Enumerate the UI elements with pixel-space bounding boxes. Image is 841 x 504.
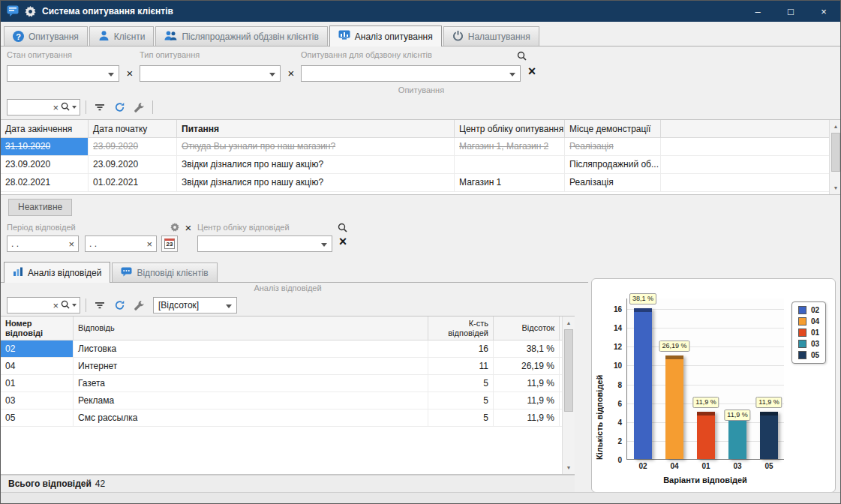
column-header[interactable]: Відповідь bbox=[74, 316, 428, 340]
analysis-cell-percent[interactable]: 38,1 % bbox=[494, 340, 560, 357]
magnifier-icon[interactable] bbox=[61, 300, 70, 311]
answers-center-combo[interactable] bbox=[197, 236, 332, 252]
survey-cell-center[interactable]: Магазин 1 bbox=[455, 174, 565, 191]
analysis-cell-answer[interactable]: Газета bbox=[74, 375, 428, 392]
survey-for-call-combo[interactable] bbox=[301, 65, 521, 82]
column-header[interactable]: Дата початку bbox=[89, 120, 177, 137]
filter-button[interactable] bbox=[92, 297, 108, 314]
search-input[interactable]: × bbox=[7, 99, 80, 116]
analysis-table-row[interactable]: 02Листовка1638,1 % bbox=[1, 340, 575, 358]
status-tab-inactive[interactable]: Неактивне bbox=[8, 199, 72, 216]
survey-cell-start-date[interactable]: 01.02.2021 bbox=[89, 174, 177, 191]
period-to-value[interactable]: . . bbox=[89, 238, 146, 249]
search-input[interactable]: × bbox=[7, 297, 80, 314]
column-header[interactable]: Питання bbox=[177, 120, 455, 137]
tab-answers-analysis[interactable]: Аналіз відповідей bbox=[4, 262, 110, 283]
refresh-button[interactable] bbox=[111, 297, 128, 314]
survey-cell-end-date[interactable]: 23.09.2020 bbox=[1, 156, 89, 173]
search-options-chevron-icon[interactable] bbox=[72, 106, 77, 109]
magnifier-icon[interactable] bbox=[61, 102, 70, 113]
survey-cell-center[interactable] bbox=[455, 156, 565, 173]
survey-cell-start-date[interactable]: 23.09.2020 bbox=[89, 138, 177, 155]
minimize-button[interactable]: – bbox=[741, 1, 774, 22]
clear-search-icon[interactable]: × bbox=[53, 103, 59, 112]
analysis-table-row[interactable]: 04Интернет1126,19 % bbox=[1, 358, 575, 375]
search-options-chevron-icon[interactable] bbox=[72, 304, 77, 307]
search-icon[interactable] bbox=[517, 51, 527, 63]
analysis-cell-count[interactable]: 5 bbox=[428, 375, 494, 392]
period-from-value[interactable]: . . bbox=[11, 238, 68, 249]
period-to-field[interactable]: . . × bbox=[85, 236, 157, 252]
analysis-cell-count[interactable]: 5 bbox=[428, 410, 494, 426]
tab-clients[interactable]: Клієнти bbox=[89, 26, 155, 46]
analysis-cell-percent[interactable]: 11,9 % bbox=[494, 410, 560, 426]
tab-survey-analysis[interactable]: Аналіз опитування bbox=[329, 26, 442, 46]
analysis-cell-answer[interactable]: Реклама bbox=[74, 392, 428, 409]
period-gear-icon[interactable] bbox=[170, 223, 179, 234]
calendar-button[interactable]: 23 bbox=[161, 236, 178, 252]
scroll-up-icon[interactable]: ▲ bbox=[563, 317, 575, 328]
search-input-text[interactable] bbox=[11, 298, 50, 313]
survey-cell-end-date[interactable]: 28.02.2021 bbox=[1, 174, 89, 191]
survey-cell-question[interactable]: Звідки дізналися про нашу акцію? bbox=[177, 174, 455, 191]
survey-cell-place[interactable]: Реалізація bbox=[565, 174, 661, 191]
survey-table-row[interactable]: 28.02.202101.02.2021Звідки дізналися про… bbox=[1, 174, 841, 192]
surveys-table-scrollbar[interactable]: ▲ ▼ bbox=[829, 120, 841, 194]
survey-cell-place[interactable]: Реалізація bbox=[565, 138, 661, 155]
analysis-cell-count[interactable]: 5 bbox=[428, 392, 494, 409]
analysis-table-row[interactable]: 03Реклама511,9 % bbox=[1, 392, 575, 410]
tab-surveys[interactable]: ? Опитування bbox=[4, 26, 88, 46]
analysis-table-scrollbar[interactable]: ▲ ▼ bbox=[562, 316, 575, 474]
tab-settings[interactable]: Налаштування bbox=[443, 26, 539, 46]
chart-bar[interactable] bbox=[665, 356, 683, 459]
column-header[interactable]: Відсоток bbox=[494, 316, 560, 340]
survey-cell-center[interactable]: Магазин 1, Магазин 2 bbox=[455, 138, 565, 155]
analysis-table-row[interactable]: 01Газета511,9 % bbox=[1, 375, 575, 392]
period-from-field[interactable]: . . × bbox=[7, 236, 79, 252]
analysis-cell-answer[interactable]: Листовка bbox=[74, 340, 428, 357]
survey-cell-end-date[interactable]: 31.10.2020 bbox=[1, 138, 89, 155]
legend-item[interactable]: 01 bbox=[798, 328, 819, 337]
clear-date-icon[interactable]: × bbox=[68, 238, 74, 250]
analysis-cell-number[interactable]: 04 bbox=[1, 358, 74, 374]
close-button[interactable]: × bbox=[807, 1, 840, 22]
column-header[interactable]: К-сть відповідей bbox=[428, 316, 494, 340]
survey-cell-question[interactable]: Звідки дізналися про нашу акцію? bbox=[177, 156, 455, 173]
clear-search-icon[interactable]: × bbox=[53, 301, 59, 310]
search-icon[interactable] bbox=[338, 223, 347, 235]
scrollbar-thumb[interactable] bbox=[831, 133, 840, 172]
analysis-table-row[interactable]: 05Смс рассылка511,9 % bbox=[1, 410, 575, 427]
legend-item[interactable]: 04 bbox=[798, 317, 819, 326]
column-header[interactable]: Місце демонстрації bbox=[565, 120, 661, 137]
period-clear-icon[interactable]: × bbox=[182, 222, 194, 233]
analysis-cell-number[interactable]: 05 bbox=[1, 410, 74, 426]
survey-cell-place[interactable]: Післяпродажний об... bbox=[565, 156, 661, 173]
survey-state-combo[interactable] bbox=[7, 65, 119, 82]
scroll-down-icon[interactable]: ▼ bbox=[830, 182, 841, 194]
answers-center-clear-icon[interactable]: × bbox=[337, 236, 349, 248]
analysis-cell-answer[interactable]: Смс рассылка bbox=[74, 410, 428, 426]
gear-icon[interactable] bbox=[25, 6, 36, 17]
survey-type-clear-icon[interactable]: × bbox=[285, 68, 297, 79]
tab-aftersale-calls[interactable]: Післяпродажний обдзвін клієнтів bbox=[155, 26, 327, 46]
survey-cell-start-date[interactable]: 23.09.2020 bbox=[89, 156, 177, 173]
clear-date-icon[interactable]: × bbox=[146, 238, 152, 250]
chart-bar[interactable] bbox=[634, 308, 652, 459]
chart-bar[interactable] bbox=[760, 412, 778, 459]
tab-client-answers[interactable]: Відповіді клієнтів bbox=[112, 262, 217, 282]
column-header[interactable]: Номер відповіді bbox=[1, 316, 74, 340]
analysis-cell-count[interactable]: 11 bbox=[428, 358, 494, 374]
survey-state-clear-icon[interactable]: × bbox=[124, 68, 136, 79]
scrollbar-thumb[interactable] bbox=[564, 329, 573, 412]
search-input-text[interactable] bbox=[11, 100, 50, 115]
display-mode-combo[interactable]: [Відсоток] bbox=[153, 297, 237, 314]
survey-cell-question[interactable]: Откуда Вы узнали про наш магазин? bbox=[177, 138, 455, 155]
analysis-cell-count[interactable]: 16 bbox=[428, 340, 494, 357]
refresh-button[interactable] bbox=[111, 99, 128, 116]
legend-item[interactable]: 02 bbox=[798, 306, 819, 314]
legend-item[interactable]: 03 bbox=[798, 340, 819, 348]
scroll-up-icon[interactable]: ▲ bbox=[830, 121, 841, 132]
column-header[interactable]: Дата закінчення bbox=[1, 120, 89, 137]
analysis-cell-percent[interactable]: 26,19 % bbox=[494, 358, 560, 374]
analysis-cell-number[interactable]: 03 bbox=[1, 392, 74, 409]
